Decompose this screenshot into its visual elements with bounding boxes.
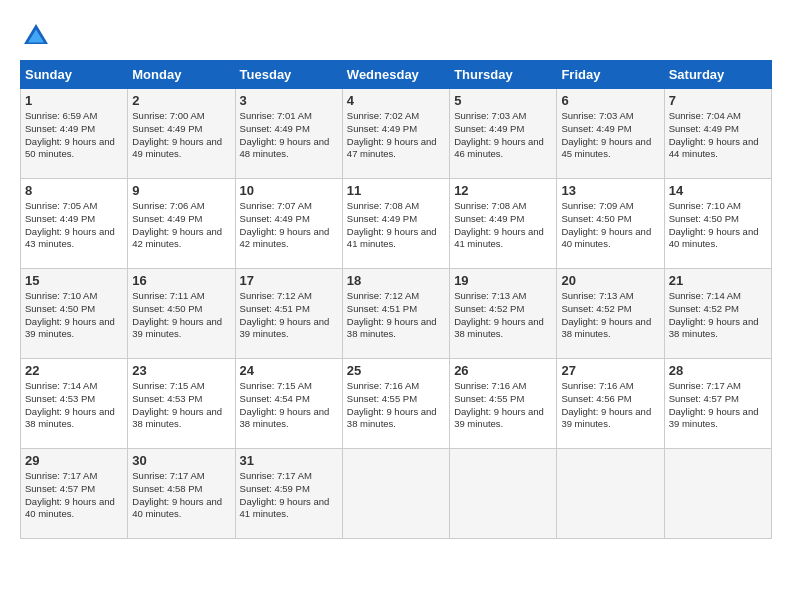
day-number: 30 [132, 453, 230, 468]
day-info: Sunrise: 7:13 AMSunset: 4:52 PMDaylight:… [454, 290, 552, 341]
day-info: Sunrise: 7:03 AMSunset: 4:49 PMDaylight:… [454, 110, 552, 161]
day-number: 14 [669, 183, 767, 198]
day-info: Sunrise: 7:09 AMSunset: 4:50 PMDaylight:… [561, 200, 659, 251]
day-info: Sunrise: 7:01 AMSunset: 4:49 PMDaylight:… [240, 110, 338, 161]
calendar-cell: 5 Sunrise: 7:03 AMSunset: 4:49 PMDayligh… [450, 89, 557, 179]
day-info: Sunrise: 7:08 AMSunset: 4:49 PMDaylight:… [347, 200, 445, 251]
calendar-cell: 7 Sunrise: 7:04 AMSunset: 4:49 PMDayligh… [664, 89, 771, 179]
day-info: Sunrise: 7:10 AMSunset: 4:50 PMDaylight:… [669, 200, 767, 251]
day-info: Sunrise: 7:12 AMSunset: 4:51 PMDaylight:… [240, 290, 338, 341]
day-number: 3 [240, 93, 338, 108]
logo [20, 20, 56, 52]
day-number: 15 [25, 273, 123, 288]
calendar-cell: 25 Sunrise: 7:16 AMSunset: 4:55 PMDaylig… [342, 359, 449, 449]
day-info: Sunrise: 7:11 AMSunset: 4:50 PMDaylight:… [132, 290, 230, 341]
logo-icon [20, 20, 52, 52]
week-row-3: 15 Sunrise: 7:10 AMSunset: 4:50 PMDaylig… [21, 269, 772, 359]
calendar-table: SundayMondayTuesdayWednesdayThursdayFrid… [20, 60, 772, 539]
weekday-header-sunday: Sunday [21, 61, 128, 89]
calendar-cell: 26 Sunrise: 7:16 AMSunset: 4:55 PMDaylig… [450, 359, 557, 449]
day-info: Sunrise: 7:16 AMSunset: 4:55 PMDaylight:… [454, 380, 552, 431]
day-number: 7 [669, 93, 767, 108]
calendar-cell: 21 Sunrise: 7:14 AMSunset: 4:52 PMDaylig… [664, 269, 771, 359]
day-info: Sunrise: 7:15 AMSunset: 4:53 PMDaylight:… [132, 380, 230, 431]
weekday-header-tuesday: Tuesday [235, 61, 342, 89]
week-row-1: 1 Sunrise: 6:59 AMSunset: 4:49 PMDayligh… [21, 89, 772, 179]
calendar-cell: 24 Sunrise: 7:15 AMSunset: 4:54 PMDaylig… [235, 359, 342, 449]
calendar-cell: 6 Sunrise: 7:03 AMSunset: 4:49 PMDayligh… [557, 89, 664, 179]
calendar-cell: 4 Sunrise: 7:02 AMSunset: 4:49 PMDayligh… [342, 89, 449, 179]
day-info: Sunrise: 7:07 AMSunset: 4:49 PMDaylight:… [240, 200, 338, 251]
day-info: Sunrise: 7:06 AMSunset: 4:49 PMDaylight:… [132, 200, 230, 251]
day-number: 19 [454, 273, 552, 288]
weekday-header-saturday: Saturday [664, 61, 771, 89]
calendar-cell: 11 Sunrise: 7:08 AMSunset: 4:49 PMDaylig… [342, 179, 449, 269]
day-info: Sunrise: 7:15 AMSunset: 4:54 PMDaylight:… [240, 380, 338, 431]
day-number: 25 [347, 363, 445, 378]
calendar-cell [342, 449, 449, 539]
weekday-header-monday: Monday [128, 61, 235, 89]
calendar-cell: 18 Sunrise: 7:12 AMSunset: 4:51 PMDaylig… [342, 269, 449, 359]
day-number: 28 [669, 363, 767, 378]
day-info: Sunrise: 7:13 AMSunset: 4:52 PMDaylight:… [561, 290, 659, 341]
day-number: 23 [132, 363, 230, 378]
calendar-cell: 29 Sunrise: 7:17 AMSunset: 4:57 PMDaylig… [21, 449, 128, 539]
calendar-cell: 22 Sunrise: 7:14 AMSunset: 4:53 PMDaylig… [21, 359, 128, 449]
day-info: Sunrise: 7:05 AMSunset: 4:49 PMDaylight:… [25, 200, 123, 251]
calendar-cell: 15 Sunrise: 7:10 AMSunset: 4:50 PMDaylig… [21, 269, 128, 359]
calendar-cell: 20 Sunrise: 7:13 AMSunset: 4:52 PMDaylig… [557, 269, 664, 359]
page-header [20, 20, 772, 52]
day-number: 27 [561, 363, 659, 378]
day-number: 5 [454, 93, 552, 108]
day-info: Sunrise: 7:03 AMSunset: 4:49 PMDaylight:… [561, 110, 659, 161]
day-number: 12 [454, 183, 552, 198]
calendar-cell: 8 Sunrise: 7:05 AMSunset: 4:49 PMDayligh… [21, 179, 128, 269]
day-number: 11 [347, 183, 445, 198]
calendar-cell: 10 Sunrise: 7:07 AMSunset: 4:49 PMDaylig… [235, 179, 342, 269]
day-number: 22 [25, 363, 123, 378]
day-number: 2 [132, 93, 230, 108]
calendar-cell: 27 Sunrise: 7:16 AMSunset: 4:56 PMDaylig… [557, 359, 664, 449]
calendar-cell: 3 Sunrise: 7:01 AMSunset: 4:49 PMDayligh… [235, 89, 342, 179]
day-number: 1 [25, 93, 123, 108]
day-info: Sunrise: 7:14 AMSunset: 4:53 PMDaylight:… [25, 380, 123, 431]
calendar-cell: 17 Sunrise: 7:12 AMSunset: 4:51 PMDaylig… [235, 269, 342, 359]
day-number: 10 [240, 183, 338, 198]
calendar-cell: 13 Sunrise: 7:09 AMSunset: 4:50 PMDaylig… [557, 179, 664, 269]
weekday-header-friday: Friday [557, 61, 664, 89]
day-number: 18 [347, 273, 445, 288]
day-number: 16 [132, 273, 230, 288]
day-info: Sunrise: 7:14 AMSunset: 4:52 PMDaylight:… [669, 290, 767, 341]
day-number: 4 [347, 93, 445, 108]
day-number: 13 [561, 183, 659, 198]
day-number: 31 [240, 453, 338, 468]
day-info: Sunrise: 7:10 AMSunset: 4:50 PMDaylight:… [25, 290, 123, 341]
calendar-cell: 30 Sunrise: 7:17 AMSunset: 4:58 PMDaylig… [128, 449, 235, 539]
week-row-5: 29 Sunrise: 7:17 AMSunset: 4:57 PMDaylig… [21, 449, 772, 539]
day-number: 8 [25, 183, 123, 198]
day-info: Sunrise: 7:02 AMSunset: 4:49 PMDaylight:… [347, 110, 445, 161]
weekday-header-thursday: Thursday [450, 61, 557, 89]
calendar-cell: 2 Sunrise: 7:00 AMSunset: 4:49 PMDayligh… [128, 89, 235, 179]
day-info: Sunrise: 7:17 AMSunset: 4:59 PMDaylight:… [240, 470, 338, 521]
weekday-header-wednesday: Wednesday [342, 61, 449, 89]
day-number: 21 [669, 273, 767, 288]
day-number: 24 [240, 363, 338, 378]
calendar-cell: 23 Sunrise: 7:15 AMSunset: 4:53 PMDaylig… [128, 359, 235, 449]
day-info: Sunrise: 7:08 AMSunset: 4:49 PMDaylight:… [454, 200, 552, 251]
day-number: 29 [25, 453, 123, 468]
day-number: 9 [132, 183, 230, 198]
calendar-cell: 14 Sunrise: 7:10 AMSunset: 4:50 PMDaylig… [664, 179, 771, 269]
day-info: Sunrise: 7:17 AMSunset: 4:58 PMDaylight:… [132, 470, 230, 521]
calendar-cell: 31 Sunrise: 7:17 AMSunset: 4:59 PMDaylig… [235, 449, 342, 539]
day-number: 20 [561, 273, 659, 288]
day-number: 26 [454, 363, 552, 378]
week-row-4: 22 Sunrise: 7:14 AMSunset: 4:53 PMDaylig… [21, 359, 772, 449]
calendar-cell: 28 Sunrise: 7:17 AMSunset: 4:57 PMDaylig… [664, 359, 771, 449]
weekday-header-row: SundayMondayTuesdayWednesdayThursdayFrid… [21, 61, 772, 89]
calendar-cell: 9 Sunrise: 7:06 AMSunset: 4:49 PMDayligh… [128, 179, 235, 269]
day-info: Sunrise: 7:16 AMSunset: 4:56 PMDaylight:… [561, 380, 659, 431]
day-number: 6 [561, 93, 659, 108]
calendar-cell [664, 449, 771, 539]
calendar-cell: 12 Sunrise: 7:08 AMSunset: 4:49 PMDaylig… [450, 179, 557, 269]
